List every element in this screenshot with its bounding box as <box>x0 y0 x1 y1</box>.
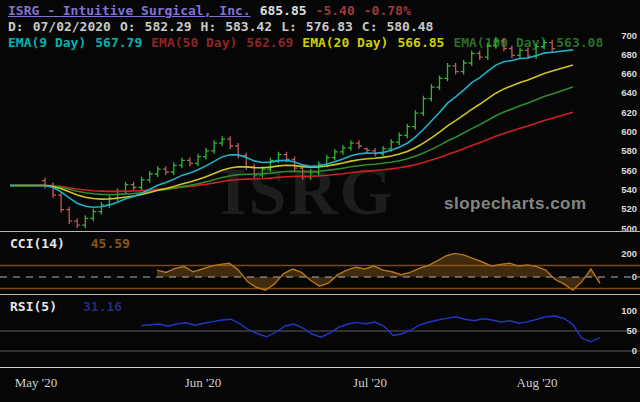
ohlc-bar <box>356 140 362 149</box>
price-tick-label: 680 <box>621 49 637 60</box>
price-change-pct: -0.78% <box>364 3 411 18</box>
rsi-line <box>141 316 600 342</box>
ohlc-bar <box>66 207 72 224</box>
price-tick-label: 660 <box>621 68 637 79</box>
rsi-label: RSI(5) <box>10 299 57 314</box>
ohlc-bar <box>404 124 410 139</box>
ohlc-bar <box>211 140 217 154</box>
price-tick-label: 500 <box>621 223 637 232</box>
ohlc-bar <box>461 60 467 75</box>
ohlc-bar <box>187 158 193 167</box>
high-label: H: <box>201 19 217 34</box>
cci-fill <box>157 253 600 290</box>
cci-label-row: CCI(14) 45.59 <box>10 236 130 251</box>
price-tick-label: 520 <box>621 203 637 214</box>
cci-tick-label: 200 <box>621 248 637 259</box>
ohlc-bar <box>372 148 378 157</box>
ema-line <box>10 50 573 207</box>
ohlc-bar <box>251 164 257 178</box>
ohlc-bar <box>179 158 185 169</box>
ohlc-bar <box>340 145 346 155</box>
ema-line <box>10 65 573 199</box>
rsi-tick-label: 50 <box>626 325 637 336</box>
price-tick-label: 560 <box>621 165 637 176</box>
ohlc-bar <box>267 158 273 172</box>
open-label: O: <box>120 19 136 34</box>
ohlc-bar <box>316 161 322 175</box>
ohlc-bar <box>131 182 137 191</box>
ohlc-bar <box>437 76 443 91</box>
ohlc-bar <box>123 182 129 195</box>
ohlc-bar <box>332 149 338 161</box>
quote-low: 576.83 <box>306 19 353 34</box>
ohlc-bar <box>139 177 145 191</box>
rsi-panel: RSI(5) 31.16 100500 <box>0 295 640 368</box>
quote-open: 582.29 <box>145 19 192 34</box>
ohlc-bar <box>501 38 507 52</box>
cci-tick-label: 0 <box>632 271 637 282</box>
ohlc-bar <box>203 148 209 160</box>
ohlc-bar <box>163 166 169 175</box>
symbol-title-link[interactable]: ISRG - Intuitive Surgical, Inc. <box>8 3 251 18</box>
rsi-tick-label: 100 <box>621 305 637 316</box>
ohlc-bar <box>292 157 298 172</box>
ohlc-bar <box>348 140 354 151</box>
price-tick-label: 640 <box>621 87 637 98</box>
ohlc-bar <box>227 136 233 149</box>
ohlc-bar <box>549 40 555 52</box>
cci-panel: CCI(14) 45.59 2000 <box>0 232 640 295</box>
ohlc-bar <box>493 37 499 49</box>
ohlc-bar <box>74 218 80 228</box>
ohlc-bar <box>82 216 88 229</box>
close-label: C: <box>362 19 378 34</box>
ohlc-bar <box>90 209 96 222</box>
ohlc-bar <box>412 110 418 129</box>
low-label: L: <box>281 19 297 34</box>
ohlc-bar <box>428 84 434 101</box>
last-price: 685.85 <box>260 3 307 18</box>
ohlc-bar <box>445 63 451 81</box>
price-tick-label: 620 <box>621 107 637 118</box>
ohlc-bar <box>171 162 177 175</box>
ohlc-bar <box>50 183 56 199</box>
price-tick-label: 600 <box>621 126 637 137</box>
rsi-value: 31.16 <box>83 299 122 314</box>
ohlc-bar <box>195 154 201 167</box>
price-tick-label: 540 <box>621 184 637 195</box>
ohlc-bar <box>396 133 402 146</box>
price-tick-label: 580 <box>621 145 637 156</box>
quote-close: 580.48 <box>386 19 433 34</box>
ema-line <box>10 112 573 191</box>
ohlc-bar <box>98 202 104 215</box>
ohlc-bar <box>219 136 225 146</box>
ohlc-bar <box>541 40 547 50</box>
price-tick-label: 700 <box>621 30 637 41</box>
rsi-label-row: RSI(5) 31.16 <box>10 299 122 314</box>
quote-high: 583.42 <box>225 19 272 34</box>
date-axis: May '20 Jun '20 Jul '20 Aug '20 <box>0 368 640 402</box>
cci-value: 45.59 <box>91 236 130 251</box>
cci-label: CCI(14) <box>10 236 65 251</box>
rsi-tick-label: 0 <box>632 345 637 356</box>
ohlc-bar <box>477 50 483 60</box>
main-chart-panel: ISRG slopecharts.com ISRG - Intuitive Su… <box>0 0 640 232</box>
ohlc-bar <box>453 63 459 75</box>
month-label: Aug '20 <box>517 375 558 391</box>
ohlc-bar <box>420 96 426 116</box>
ohlc-bar <box>147 171 153 183</box>
slopecharts-app: ISRG slopecharts.com ISRG - Intuitive Su… <box>0 0 640 402</box>
ohlc-bar <box>517 48 523 59</box>
ohlc-bar <box>485 43 491 60</box>
month-label: Jul '20 <box>353 375 387 391</box>
ohlc-bar <box>58 192 64 212</box>
ohlc-bar <box>469 50 475 66</box>
chart-header-row: ISRG - Intuitive Surgical, Inc. 685.85 -… <box>8 3 411 18</box>
main-price-chart[interactable]: 700680660640620600580560540520500 <box>0 0 640 231</box>
month-label: May '20 <box>15 375 57 391</box>
date-label: D: <box>8 19 24 34</box>
ema-line <box>10 87 573 195</box>
ohlc-bar <box>509 46 515 59</box>
ohlc-bar <box>155 166 161 177</box>
price-change: -5.40 <box>316 3 355 18</box>
ohlc-quote-row: D: 07/02/2020 O: 582.29 H: 583.42 L: 576… <box>8 19 433 34</box>
